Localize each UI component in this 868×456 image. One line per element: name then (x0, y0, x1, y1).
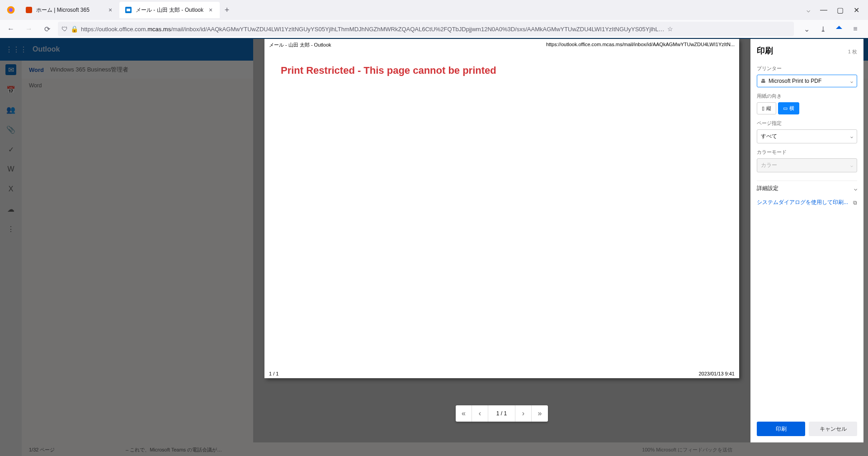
print-settings-panel: 印刷 1 枚 プリンター 🖶 Microsoft Print to PDF ⌵ … (750, 39, 863, 442)
browser-chrome: ホーム | Microsoft 365 × メール - 山田 太郎 - Outl… (0, 0, 868, 38)
url-text: https://outlook.office.com.mcas.ms/mail/… (81, 26, 665, 33)
external-link-icon: ⧉ (853, 200, 857, 206)
svg-point-1 (9, 8, 13, 12)
details-toggle[interactable]: 詳細設定 ⌵ (757, 180, 857, 196)
last-page-button[interactable]: » (532, 405, 548, 422)
svg-rect-4 (127, 9, 130, 11)
next-page-button[interactable]: › (515, 405, 532, 422)
color-label: カラーモード (757, 149, 857, 156)
back-button[interactable]: ← (4, 22, 18, 36)
printer-label: プリンター (757, 65, 857, 72)
printer-value: Microsoft Print to PDF (769, 78, 848, 84)
print-button[interactable]: 印刷 (757, 422, 805, 436)
reload-button[interactable]: ⟳ (40, 22, 54, 36)
pages-value: すべて (761, 133, 848, 140)
tab-mail[interactable]: メール - 山田 太郎 - Outlook × (119, 2, 220, 18)
lock-icon: 🔒 (71, 25, 78, 33)
sheet-count: 1 枚 (848, 48, 857, 55)
pager: « ‹ 1 / 1 › » (456, 405, 548, 422)
bookmark-icon[interactable]: ☆ (667, 25, 673, 33)
tabs-dropdown-icon[interactable]: ⌵ (803, 5, 814, 15)
close-icon[interactable]: × (107, 6, 114, 14)
preview-header-right: https://outlook.office.com.mcas.ms/mail/… (546, 42, 735, 48)
firefox-icon (4, 3, 18, 17)
chevron-down-icon: ⌵ (854, 185, 857, 192)
preview-footer-right: 2023/01/13 9:41 (698, 371, 735, 376)
prev-page-button[interactable]: ‹ (472, 405, 488, 422)
minimize-button[interactable]: — (818, 5, 829, 15)
color-select: カラー ⌵ (757, 158, 857, 172)
pages-select[interactable]: すべて ⌵ (757, 129, 857, 143)
forward-button[interactable]: → (22, 22, 36, 36)
print-dialog: メール - 山田 太郎 - Outlook https://outlook.of… (253, 39, 863, 442)
maximize-button[interactable]: ▢ (835, 5, 845, 15)
chevron-down-icon: ⌵ (850, 79, 853, 84)
window-controls: — ▢ ✕ (814, 5, 866, 15)
close-window-button[interactable]: ✕ (851, 5, 862, 15)
preview-header-left: メール - 山田 太郎 - Outlook (269, 42, 331, 48)
preview-page: メール - 山田 太郎 - Outlook https://outlook.of… (264, 39, 739, 378)
menu-icon[interactable]: ≡ (848, 22, 863, 36)
svg-rect-2 (26, 7, 32, 13)
print-title: 印刷 (757, 45, 773, 56)
color-value: カラー (761, 162, 848, 169)
cancel-button[interactable]: キャンセル (809, 422, 857, 436)
preview-footer-left: 1 / 1 (269, 371, 278, 376)
close-icon[interactable]: × (207, 6, 214, 14)
print-restricted-message: Print Restricted - This page cannot be p… (264, 51, 739, 90)
printer-icon: 🖶 (761, 78, 766, 84)
shield-icon: 🛡 (61, 25, 68, 33)
new-tab-button[interactable]: + (220, 3, 234, 17)
chevron-down-icon: ⌵ (850, 134, 853, 139)
url-bar[interactable]: 🛡 🔒 https://outlook.office.com.mcas.ms/m… (58, 22, 794, 36)
tab-home-title: ホーム | Microsoft 365 (36, 6, 103, 14)
tab-home[interactable]: ホーム | Microsoft 365 × (20, 2, 119, 18)
outlook-tab-icon (125, 6, 132, 14)
landscape-icon: ▭ (783, 105, 788, 111)
pages-label: ページ指定 (757, 120, 857, 127)
m365-tab-icon (25, 6, 33, 14)
pocket-icon[interactable]: ⌄ (799, 22, 814, 36)
address-bar: ← → ⟳ 🛡 🔒 https://outlook.office.com.mca… (0, 20, 868, 38)
extension-icon[interactable] (832, 22, 846, 36)
orientation-label: 用紙の向き (757, 93, 857, 100)
tab-mail-title: メール - 山田 太郎 - Outlook (136, 6, 203, 14)
system-dialog-link[interactable]: システムダイアログを使用して印刷... ⧉ (757, 196, 857, 209)
pager-text: 1 / 1 (488, 405, 515, 422)
first-page-button[interactable]: « (456, 405, 472, 422)
portrait-button[interactable]: ▯ 縦 (757, 102, 776, 114)
chevron-down-icon: ⌵ (850, 163, 853, 168)
landscape-button[interactable]: ▭ 横 (778, 102, 799, 114)
download-icon[interactable]: ⤓ (816, 22, 830, 36)
print-preview-area: メール - 山田 太郎 - Outlook https://outlook.of… (253, 39, 750, 442)
tab-bar: ホーム | Microsoft 365 × メール - 山田 太郎 - Outl… (0, 0, 868, 20)
printer-select[interactable]: 🖶 Microsoft Print to PDF ⌵ (757, 75, 857, 87)
portrait-icon: ▯ (762, 105, 764, 111)
